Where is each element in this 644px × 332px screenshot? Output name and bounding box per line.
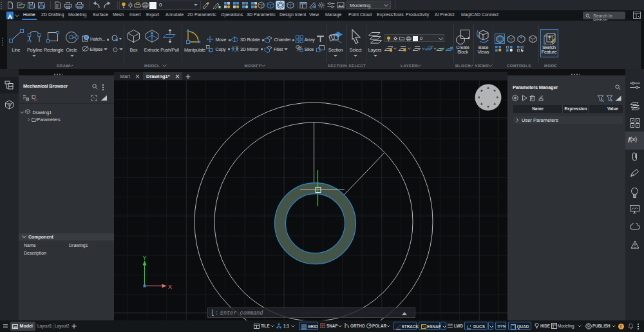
svg-text:X: X [168, 284, 172, 290]
svg-text:Y: Y [143, 255, 147, 261]
